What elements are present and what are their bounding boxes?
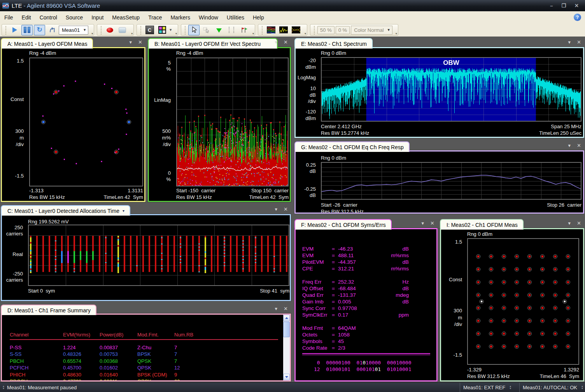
drag-handle-icon[interactable] [140,25,141,35]
close-icon[interactable]: ✕ [577,39,581,45]
menu-markers[interactable]: Markers [166,11,194,23]
table-row[interactable]: S-SS0.483260.00753BPSK7 [2,351,290,357]
menu-help[interactable]: Help [249,11,268,23]
correction-button[interactable]: C [144,25,155,35]
constellation-plot[interactable] [29,57,143,186]
qam-constellation-plot[interactable] [467,238,579,365]
zoom-percent-field[interactable]: 50 % [317,26,335,34]
menu-bar: File Edit Control Source Input MeasSetup… [0,11,585,24]
menu-source[interactable]: Source [61,11,87,23]
spectrogram-view-button[interactable] [265,25,277,35]
status-spinner-icon[interactable]: ▲▼ [0,385,7,390]
drag-handle-icon[interactable] [261,25,263,35]
close-icon[interactable]: ✕ [284,39,288,45]
close-icon[interactable]: ✕ [138,39,142,45]
scroll-down-button[interactable] [283,374,290,380]
table-row[interactable]: PHICH0.486300.01640BPSK (CDM)9 [2,372,290,378]
play-button[interactable] [9,25,20,35]
window-menu-icon[interactable]: ▾ [130,39,132,45]
table-header-divider [10,339,278,340]
window-menu-icon[interactable]: ▾ [568,220,571,226]
record-button[interactable] [104,25,116,35]
tab-window-g[interactable]: G: Meas02 - Ch1 OFDM Eq Ch Freq Resp [294,141,410,152]
toolbar-group-control: ↻ Meas01▼ ▾ [2,24,94,36]
menu-meassetup[interactable]: MeasSetup [108,11,144,23]
scrollbar[interactable] [283,315,290,380]
offset-percent-field[interactable]: 0 % [336,26,350,34]
pause-button[interactable] [21,25,33,35]
status-spinner-icon[interactable]: ▲▼ [507,385,514,390]
menu-file[interactable]: File [0,11,18,23]
menu-trace[interactable]: Trace [144,11,166,23]
menu-input[interactable]: Input [87,11,108,23]
select-button[interactable] [188,25,200,35]
single-acquisition-button[interactable] [46,25,58,35]
measurement-select[interactable]: Meas01▼ [59,26,88,35]
scrollbar-thumb[interactable] [283,322,290,337]
window-i: I: Meas02 - Ch1 OFDM Meas ▾✕ Rng 0 dBm 1… [440,219,584,382]
window-menu-icon[interactable]: ▾ [568,143,571,148]
close-icon[interactable]: ✕ [284,306,288,312]
toolbar-overflow-icon[interactable]: ▾ [396,32,397,35]
tab-dropdown-icon[interactable]: ▾ [123,209,124,213]
close-icon[interactable]: ✕ [577,220,581,226]
toolbar-overflow-icon[interactable]: ▾ [305,32,306,35]
window-menu-icon[interactable]: ▾ [275,306,278,312]
table-row[interactable]: P-SS1.2240.00837Z-Chu7 [2,345,290,351]
menu-edit[interactable]: Edit [18,11,35,23]
detected-allocations-plot[interactable] [28,225,289,286]
band-power-button[interactable] [226,25,237,35]
window-menu-icon[interactable]: ▾ [275,39,278,45]
error-vector-spectrum-plot[interactable] [176,57,289,186]
zoom-select-button[interactable] [201,25,212,35]
tab-window-c[interactable]: C: Meas01 - Layer0 Detected Allocations … [1,205,130,216]
tab-window-b[interactable]: B: Meas01 - Layer0 OFDM Err Vect Spectru [148,38,278,49]
chevron-down-icon[interactable]: ▼ [169,28,172,32]
table-row[interactable]: PDCCH0.477680.00011QPSK60 [2,378,290,382]
maximize-button[interactable]: ❐ [561,3,566,9]
menu-utilities[interactable]: Utilities [222,11,249,23]
drag-handle-icon[interactable] [5,25,6,35]
toolbar-overflow-icon[interactable]: ▾ [252,32,254,35]
table-row[interactable]: PCFICH0.457000.01602QPSK12 [2,365,290,371]
tab-window-a[interactable]: A: Meas01 - Layer0 OFDM Meas [1,38,93,49]
drag-handle-icon[interactable] [184,25,186,35]
toolbar-overflow-icon[interactable]: ▾ [131,32,133,35]
window-menu-icon[interactable]: ▾ [275,206,278,212]
eye-diagram-view-button[interactable] [290,25,301,35]
drag-handle-icon[interactable] [313,25,315,35]
toolbar-overflow-icon[interactable]: ▾ [91,32,93,35]
status-spinner-icon[interactable]: ▲▼ [579,385,585,390]
toolbar-group-record: ▾ [97,24,134,36]
close-button[interactable]: ✕ [574,3,579,9]
help-icon[interactable]: ? [574,14,581,21]
window-menu-icon[interactable]: ▾ [422,220,424,226]
close-icon[interactable]: ✕ [284,206,288,212]
table-row[interactable]: PBCH0.655740.00368QPSK7 [2,358,290,364]
spectrum-view-button[interactable] [278,25,289,35]
scroll-up-button[interactable] [283,315,290,321]
tab-window-e[interactable]: E: Meas02 - Ch1 Spectrum [294,38,373,49]
status-autocal: Meas01: AUTOCAL: OK ▲▼ [519,383,585,392]
toolbar-overflow-icon[interactable]: ▾ [175,32,177,35]
eq-channel-frequency-response-plot[interactable] [321,162,581,200]
window-menu-icon[interactable]: ▾ [568,39,571,45]
tab-window-f[interactable]: F: Meas02 - Ch1 OFDM Syms/Errs [294,219,392,230]
menu-window[interactable]: Window [194,11,222,23]
minimize-button[interactable]: – [550,3,553,9]
spectrum-plot[interactable] [321,57,581,122]
tab-window-d[interactable]: D: Meas01 - Ch1 Frame Summary [1,305,96,315]
column-header: Channel [10,332,28,338]
close-icon[interactable]: ✕ [430,220,434,226]
recall-recording-button[interactable] [117,25,128,35]
restart-button[interactable]: ↻ [34,25,45,35]
layout-button[interactable] [156,25,168,35]
tab-window-i[interactable]: I: Meas02 - Ch1 OFDM Meas [440,219,524,230]
marker-peak-button[interactable] [213,25,224,35]
close-icon[interactable]: ✕ [577,143,581,148]
coupled-markers-button[interactable] [238,25,249,35]
chevron-down-icon: ▼ [83,28,86,32]
drag-handle-icon[interactable] [100,25,102,35]
color-mode-select[interactable]: Color Normal▼ [351,26,392,35]
menu-control[interactable]: Control [35,11,61,23]
